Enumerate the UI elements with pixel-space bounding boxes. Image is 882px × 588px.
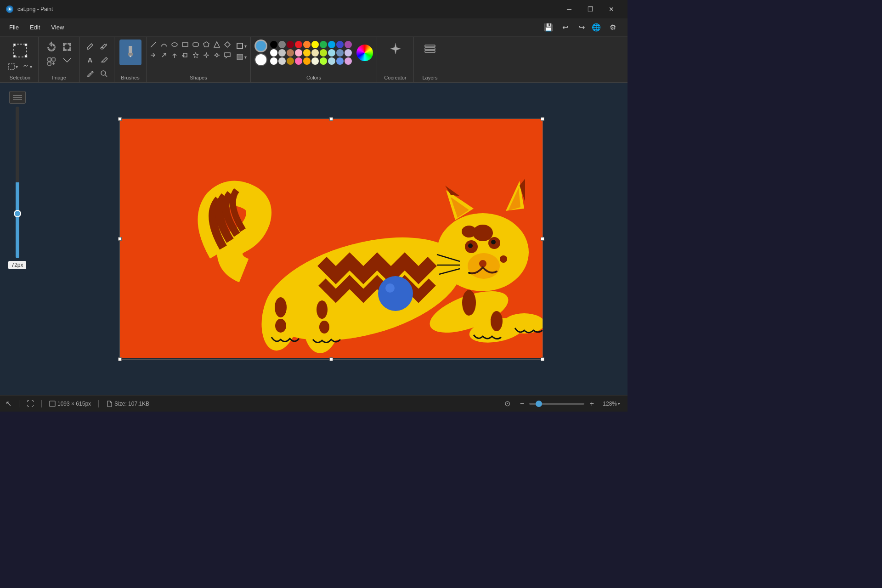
settings-icon[interactable]: ⚙ [605, 20, 620, 35]
color-lightblue[interactable] [328, 49, 335, 57]
zoom-fit-icon[interactable]: ⊙ [502, 398, 513, 409]
shapes-fill-dropdown[interactable]: ▾ [234, 52, 249, 62]
minimize-button[interactable]: ─ [559, 0, 580, 18]
color-yellow[interactable] [311, 41, 319, 48]
color-r3-8[interactable] [328, 57, 335, 65]
color-cyan[interactable] [328, 41, 335, 48]
resize-handle-lm[interactable] [118, 237, 122, 241]
shape-line[interactable] [148, 40, 158, 50]
canvas-painting[interactable] [120, 119, 543, 358]
canvas-area[interactable] [34, 83, 628, 395]
color-r3-2[interactable] [278, 57, 286, 65]
color-blue[interactable] [336, 41, 344, 48]
menu-file[interactable]: File [4, 21, 24, 34]
zoom-slider[interactable] [529, 403, 584, 405]
color-purple[interactable] [345, 41, 352, 48]
shape-arrow-up[interactable] [170, 50, 180, 60]
color-green[interactable] [320, 41, 327, 48]
color-gold[interactable] [303, 49, 311, 57]
brushes-button[interactable] [119, 40, 141, 65]
zoom-out-button[interactable]: − [516, 398, 527, 409]
color-orange[interactable] [303, 41, 311, 48]
color-gray[interactable] [278, 41, 286, 48]
account-icon[interactable]: 🌐 [589, 20, 604, 35]
shape-triangle[interactable] [212, 40, 222, 50]
color-lavender[interactable] [345, 49, 352, 57]
color-lime[interactable] [320, 49, 327, 57]
resize-handle-bm[interactable] [329, 357, 333, 361]
resize-handle-tm[interactable] [329, 117, 333, 121]
shape-arrow-call[interactable] [180, 50, 190, 60]
menu-view[interactable]: View [45, 21, 69, 34]
resize-handle-rm[interactable] [541, 237, 544, 241]
color-steelblue[interactable] [336, 49, 344, 57]
zoom-in-button[interactable]: + [586, 398, 597, 409]
background-color-swatch[interactable] [254, 53, 267, 66]
eraser-tool[interactable] [97, 53, 110, 66]
color-r3-6[interactable] [311, 57, 319, 65]
color-black[interactable] [270, 41, 277, 48]
resize-handle-bl[interactable] [118, 357, 122, 361]
resize-handle-tr[interactable] [541, 117, 544, 121]
color-r3-4[interactable] [295, 57, 302, 65]
color-r3-9[interactable] [336, 57, 344, 65]
shape-callout[interactable] [222, 50, 232, 60]
redo-button[interactable]: ↪ [574, 20, 589, 35]
selection-freeform-dropdown[interactable]: ▾ [21, 62, 34, 71]
shape-rect[interactable] [180, 40, 190, 50]
color-lightyellow[interactable] [311, 49, 319, 57]
color-r3-5[interactable] [303, 57, 311, 65]
selection-rect-dropdown[interactable]: ▾ [6, 62, 20, 71]
color-brown[interactable] [287, 49, 294, 57]
shape-rounded-rect[interactable] [191, 40, 201, 50]
color-lightgray[interactable] [278, 49, 286, 57]
svg-marker-23 [225, 42, 230, 47]
text-tool[interactable]: A [84, 53, 96, 66]
shape-oval[interactable] [170, 40, 180, 50]
maximize-button[interactable]: ❐ [580, 0, 601, 18]
layers-button[interactable] [421, 40, 439, 58]
svg-point-56 [500, 255, 507, 263]
color-r3-3[interactable] [287, 57, 294, 65]
shape-arrow-right[interactable] [148, 50, 158, 60]
resize-button[interactable] [60, 40, 74, 54]
eyedropper-tool[interactable] [84, 67, 96, 80]
color-darkred[interactable] [287, 41, 294, 48]
shape-flowchart[interactable] [212, 50, 222, 60]
shape-diamond[interactable] [222, 40, 232, 50]
resize-handle-br[interactable] [541, 357, 544, 361]
close-button[interactable]: ✕ [601, 0, 622, 18]
shape-polygon[interactable] [201, 40, 211, 50]
fill-tool[interactable] [97, 40, 110, 52]
color-white[interactable] [270, 49, 277, 57]
color-wheel[interactable] [356, 45, 373, 61]
rotate-button[interactable] [44, 40, 59, 54]
foreground-color-swatch[interactable] [254, 40, 267, 52]
color-r3-1[interactable] [270, 57, 277, 65]
svg-line-17 [151, 42, 156, 47]
pencil-tool[interactable] [84, 40, 96, 52]
brush-size-slider[interactable] [16, 107, 19, 258]
magnifier-tool[interactable] [97, 67, 110, 80]
color-r3-7[interactable] [320, 57, 327, 65]
cocreator-button[interactable] [386, 40, 405, 58]
fullscreen-icon[interactable]: ⛶ [27, 400, 34, 408]
selection-rect-button[interactable] [9, 40, 31, 62]
color-red[interactable] [295, 41, 302, 48]
menu-edit[interactable]: Edit [24, 21, 45, 34]
shape-star4[interactable] [201, 50, 211, 60]
zoom-value-display[interactable]: 128% ▾ [601, 400, 622, 408]
image-dropdown-button[interactable] [60, 54, 74, 69]
cursor-tool-icon[interactable]: ↖ [6, 399, 11, 408]
color-r3-10[interactable] [345, 57, 352, 65]
save-button[interactable]: 💾 [541, 20, 556, 35]
shape-arrow-ne[interactable] [159, 50, 169, 60]
resize-handle-tl[interactable] [118, 117, 122, 121]
brush-size-icon[interactable] [9, 91, 26, 104]
shape-curve[interactable] [159, 40, 169, 50]
shapes-outline-dropdown[interactable]: ▾ [234, 41, 249, 51]
image-effects-button[interactable] [44, 54, 59, 69]
undo-button[interactable]: ↩ [558, 20, 572, 35]
color-pink[interactable] [295, 49, 302, 57]
shape-star5[interactable] [191, 50, 201, 60]
